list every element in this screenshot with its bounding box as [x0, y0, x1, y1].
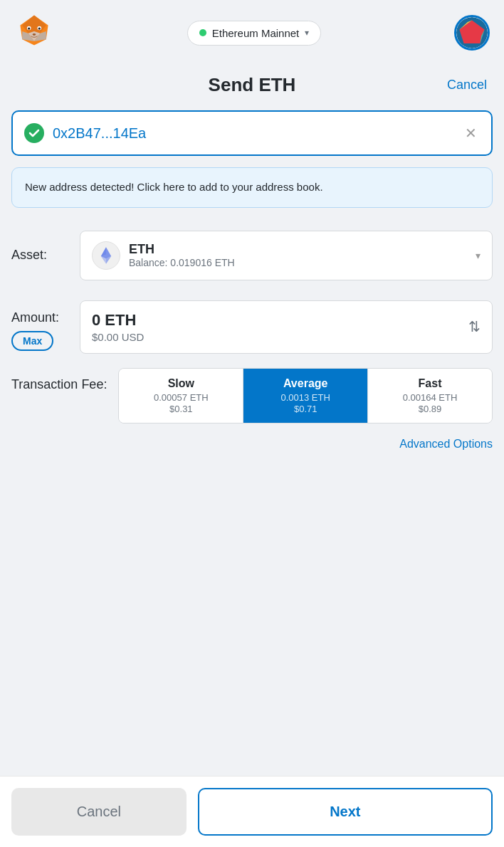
max-button[interactable]: Max	[11, 331, 53, 351]
network-status-dot	[199, 29, 206, 36]
address-input[interactable]: 0x2B47...14Ea	[53, 125, 453, 142]
asset-label: Asset:	[11, 248, 68, 263]
fee-average-eth: 0.0013 ETH	[251, 392, 360, 403]
fee-option-average[interactable]: Average 0.0013 ETH $0.71	[243, 369, 368, 423]
fee-average-name: Average	[251, 377, 360, 390]
avatar[interactable]	[454, 15, 490, 51]
network-label: Ethereum Mainnet	[212, 27, 300, 39]
chevron-down-icon: ▾	[305, 28, 309, 38]
asset-name: ETH	[129, 242, 235, 257]
fee-fast-usd: $0.89	[375, 404, 485, 414]
asset-balance: Balance: 0.019016 ETH	[129, 257, 235, 268]
advanced-options-link[interactable]: Advanced Options	[399, 438, 493, 450]
header-cancel-button[interactable]: Cancel	[447, 78, 487, 93]
advanced-options-area: Advanced Options	[0, 435, 504, 462]
asset-details: ETH Balance: 0.019016 ETH	[129, 242, 235, 268]
asset-dropdown-icon: ▾	[476, 250, 481, 261]
fee-slow-name: Slow	[126, 377, 236, 390]
fee-slow-usd: $0.31	[126, 404, 236, 414]
amount-section: Amount: Max 0 ETH $0.00 USD ⇅	[0, 292, 504, 362]
fee-option-slow[interactable]: Slow 0.00057 ETH $0.31	[119, 369, 243, 423]
title-area: Send ETH Cancel	[0, 65, 504, 110]
metamask-logo[interactable]	[14, 11, 54, 54]
fee-options: Slow 0.00057 ETH $0.31 Average 0.0013 ET…	[118, 368, 493, 424]
address-valid-icon	[24, 123, 44, 143]
svg-point-8	[28, 27, 30, 29]
cancel-button[interactable]: Cancel	[11, 788, 187, 836]
svg-point-9	[38, 27, 41, 29]
eth-logo	[92, 241, 120, 270]
fee-fast-name: Fast	[375, 377, 485, 390]
amount-usd: $0.00 USD	[92, 331, 144, 343]
fee-label: Transaction Fee:	[11, 368, 107, 393]
svg-point-10	[33, 33, 36, 36]
network-selector[interactable]: Ethereum Mainnet ▾	[187, 21, 322, 46]
fee-option-fast[interactable]: Fast 0.00164 ETH $0.89	[368, 369, 492, 423]
next-button[interactable]: Next	[198, 788, 493, 836]
fee-slow-eth: 0.00057 ETH	[126, 392, 236, 403]
page-title: Send ETH	[209, 74, 296, 96]
asset-section: Asset: ETH Balance: 0.019016 ETH ▾	[0, 219, 504, 292]
address-input-container[interactable]: 0x2B47...14Ea ✕	[11, 110, 493, 156]
clear-address-icon[interactable]: ✕	[462, 122, 480, 144]
amount-eth: 0 ETH	[92, 311, 144, 330]
header: Ethereum Mainnet ▾	[0, 0, 504, 65]
amount-values: 0 ETH $0.00 USD	[92, 311, 144, 343]
amount-label: Amount:	[11, 310, 59, 325]
asset-selector[interactable]: ETH Balance: 0.019016 ETH ▾	[80, 231, 493, 280]
fee-average-usd: $0.71	[251, 404, 360, 414]
new-address-banner[interactable]: New address detected! Click here to add …	[11, 167, 493, 208]
amount-label-group: Amount: Max	[11, 300, 68, 351]
asset-info: ETH Balance: 0.019016 ETH	[92, 241, 235, 270]
fee-fast-eth: 0.00164 ETH	[375, 392, 485, 403]
address-banner-text: New address detected! Click here to add …	[25, 181, 323, 193]
fee-section: Transaction Fee: Slow 0.00057 ETH $0.31 …	[0, 362, 504, 435]
amount-control[interactable]: 0 ETH $0.00 USD ⇅	[80, 300, 493, 354]
bottom-buttons: Cancel Next	[0, 776, 504, 847]
swap-currency-icon[interactable]: ⇅	[468, 318, 481, 335]
